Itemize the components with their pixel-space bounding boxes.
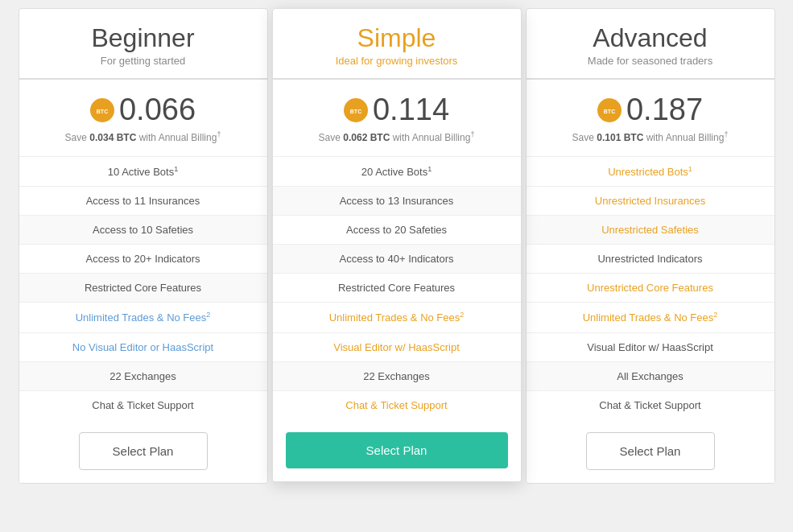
feature-item-simple-3: Access to 40+ Indicators [273,245,521,274]
feature-item-beginner-6: No Visual Editor or HaasScript [19,333,267,362]
feature-item-simple-8: Chat & Ticket Support [273,391,521,419]
price-row-beginner: BTC0.066 [32,93,254,127]
plan-header-simple: SimpleIdeal for growing investors [273,9,521,80]
feature-item-advanced-6: Visual Editor w/ HaasScript [527,333,774,362]
features-list-simple: 20 Active Bots1Access to 13 InsurancesAc… [273,157,521,419]
feature-item-advanced-1: Unrestricted Insurances [527,187,774,216]
plan-card-beginner: BeginnerFor getting startedBTC0.066Save … [19,8,268,484]
plan-name-beginner: Beginner [32,23,254,53]
plan-footer-simple: Select Plan [273,419,521,481]
coin-icon-simple: BTC [344,98,368,122]
price-save-beginner: Save 0.034 BTC with Annual Billing† [32,130,254,143]
price-amount-advanced: 0.187 [626,93,703,127]
feature-item-beginner-7: 22 Exchanges [19,362,267,391]
feature-item-simple-0: 20 Active Bots1 [273,157,521,187]
plan-footer-advanced: Select Plan [527,419,774,483]
price-save-simple: Save 0.062 BTC with Annual Billing† [286,130,508,143]
plans-container: BeginnerFor getting startedBTC0.066Save … [8,8,785,484]
coin-icon-beginner: BTC [90,98,114,122]
price-row-simple: BTC0.114 [286,93,508,127]
feature-item-beginner-5: Unlimited Trades & No Fees2 [19,303,267,332]
select-plan-button-simple[interactable]: Select Plan [286,432,508,468]
feature-item-advanced-5: Unlimited Trades & No Fees2 [527,303,774,332]
plan-tagline-advanced: Made for seasoned traders [539,55,762,67]
feature-item-advanced-8: Chat & Ticket Support [527,391,774,419]
select-plan-button-beginner[interactable]: Select Plan [79,432,208,470]
feature-item-beginner-2: Access to 10 Safeties [19,216,267,245]
feature-item-simple-6: Visual Editor w/ HaasScript [273,333,521,362]
plan-header-beginner: BeginnerFor getting started [19,9,267,80]
feature-item-simple-1: Access to 13 Insurances [273,187,521,216]
features-list-beginner: 10 Active Bots1Access to 11 InsurancesAc… [19,157,267,419]
price-amount-beginner: 0.066 [119,93,196,127]
feature-item-beginner-0: 10 Active Bots1 [19,157,267,187]
plan-tagline-simple: Ideal for growing investors [286,55,508,67]
select-plan-button-advanced[interactable]: Select Plan [586,432,715,470]
plan-name-advanced: Advanced [539,23,762,53]
price-save-advanced: Save 0.101 BTC with Annual Billing† [539,130,762,143]
feature-item-beginner-8: Chat & Ticket Support [19,391,267,419]
plan-name-simple: Simple [286,23,508,53]
feature-item-advanced-4: Unrestricted Core Features [527,274,774,303]
feature-item-advanced-0: Unrestricted Bots1 [527,157,774,187]
price-amount-simple: 0.114 [373,93,449,127]
feature-item-beginner-3: Access to 20+ Indicators [19,245,267,274]
feature-item-simple-2: Access to 20 Safeties [273,216,521,245]
plan-tagline-beginner: For getting started [32,55,254,67]
plan-pricing-simple: BTC0.114Save 0.062 BTC with Annual Billi… [273,80,521,157]
feature-item-simple-7: 22 Exchanges [273,362,521,391]
plan-card-simple: SimpleIdeal for growing investorsBTC0.11… [272,8,522,482]
svg-text:BTC: BTC [350,108,361,113]
svg-text:BTC: BTC [604,108,615,113]
feature-item-beginner-1: Access to 11 Insurances [19,187,267,216]
feature-item-simple-4: Restricted Core Features [273,274,521,303]
feature-item-advanced-3: Unrestricted Indicators [527,245,774,274]
plan-pricing-beginner: BTC0.066Save 0.034 BTC with Annual Billi… [19,80,267,157]
price-row-advanced: BTC0.187 [539,93,762,127]
plan-card-advanced: AdvancedMade for seasoned tradersBTC0.18… [526,8,775,484]
features-list-advanced: Unrestricted Bots1Unrestricted Insurance… [527,157,774,419]
plan-header-advanced: AdvancedMade for seasoned traders [527,9,774,80]
plan-footer-beginner: Select Plan [19,419,267,483]
plan-pricing-advanced: BTC0.187Save 0.101 BTC with Annual Billi… [527,80,774,157]
svg-text:BTC: BTC [97,108,108,113]
feature-item-advanced-7: All Exchanges [527,362,774,391]
coin-icon-advanced: BTC [597,98,622,122]
feature-item-beginner-4: Restricted Core Features [19,274,267,303]
feature-item-simple-5: Unlimited Trades & No Fees2 [273,303,521,332]
feature-item-advanced-2: Unrestricted Safeties [527,216,774,245]
